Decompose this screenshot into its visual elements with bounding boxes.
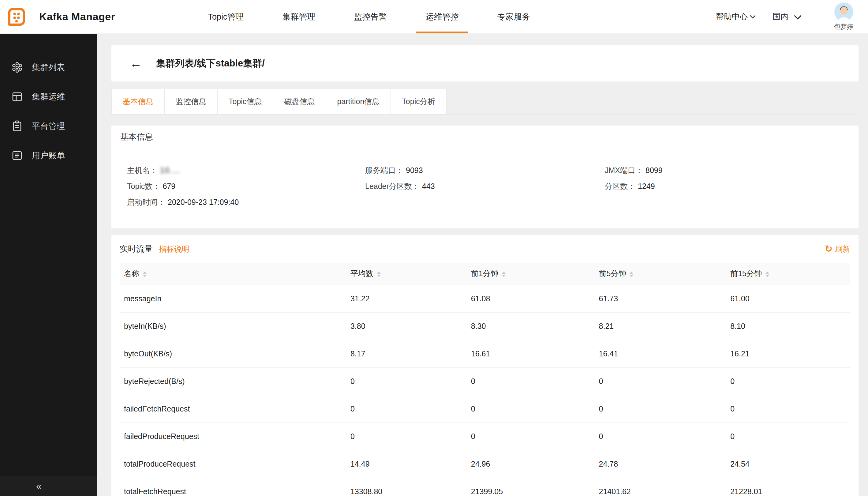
sort-control[interactable]	[766, 272, 769, 277]
hostname-value: 10.…	[160, 166, 181, 175]
platform-icon	[11, 120, 24, 133]
tab-basic-info[interactable]: 基本信息	[111, 89, 165, 114]
app-title: Kafka Manager	[39, 11, 115, 23]
field-leader-partitions: Leader分区数： 443	[365, 178, 605, 194]
sidebar-item-cluster-ops[interactable]: 集群运维	[0, 82, 97, 111]
help-center-menu[interactable]: 帮助中心	[716, 11, 755, 22]
billing-icon	[11, 149, 24, 162]
region-selector[interactable]: 国内	[773, 11, 800, 22]
top-nav: Topic管理 集群管理 监控告警 运维管控 专家服务	[189, 0, 549, 33]
topbar-right: 帮助中心 国内 包梦婷	[716, 2, 859, 31]
avatar	[834, 2, 853, 21]
sort-control[interactable]	[502, 272, 506, 277]
sort-control[interactable]	[630, 272, 633, 277]
col-header-name: 名称	[120, 263, 346, 285]
table-row: failedProduceRequest0000	[120, 422, 850, 450]
sidebar: 集群列表 集群运维 平台管理	[0, 34, 97, 496]
user-menu[interactable]: 包梦婷	[834, 2, 853, 31]
tab-bar: 基本信息 监控信息 Topic信息 磁盘信息 partition信息 Topic…	[111, 89, 858, 114]
nav-cluster-management[interactable]: 集群管理	[273, 0, 325, 33]
nav-monitor-alert[interactable]: 监控告警	[345, 0, 396, 33]
field-start-time: 启动时间： 2020-09-23 17:09:40	[127, 194, 365, 210]
table-row: totalProduceRequest14.4924.9624.7824.54	[120, 450, 850, 478]
help-center-label: 帮助中心	[716, 11, 748, 22]
table-row: failedFetchRequest0000	[120, 395, 850, 422]
field-hostname: 主机名： 10.…	[127, 162, 365, 178]
sort-control[interactable]	[377, 272, 381, 277]
sidebar-item-cluster-list[interactable]: 集群列表	[0, 53, 97, 82]
sidebar-item-platform-admin[interactable]: 平台管理	[0, 111, 97, 141]
col-header-avg: 平均数	[346, 263, 467, 285]
traffic-title: 实时流量	[120, 244, 153, 254]
sidebar-item-label: 集群列表	[32, 62, 65, 73]
nav-ops-control[interactable]: 运维管控	[416, 0, 468, 33]
table-row: totalFetchRequest13308.8021399.0521401.6…	[120, 478, 850, 496]
basic-info-title: 基本信息	[111, 125, 858, 148]
tab-disk-info[interactable]: 磁盘信息	[273, 89, 326, 114]
sidebar-item-label: 用户账单	[32, 150, 65, 161]
table-row: byteOut(KB/s)8.1716.6116.4116.21	[120, 340, 850, 368]
sidebar-item-label: 平台管理	[32, 121, 65, 131]
nav-expert-service[interactable]: 专家服务	[488, 0, 539, 33]
user-name: 包梦婷	[834, 22, 853, 31]
table-row: byteRejected(B/s)0000	[120, 368, 850, 395]
ops-icon	[11, 90, 24, 103]
brand: Kafka Manager	[5, 5, 115, 29]
refresh-label: 刷新	[835, 244, 850, 254]
nav-topic-management[interactable]: Topic管理	[199, 0, 253, 33]
field-partitions: 分区数： 1249	[605, 178, 858, 194]
page-title: 集群列表/线下stable集群/	[156, 57, 265, 70]
sidebar-collapse-button[interactable]: «	[0, 476, 97, 496]
back-button[interactable]: ←	[130, 57, 142, 69]
table-row: byteIn(KB/s)3.808.308.218.10	[120, 312, 850, 340]
chevron-down-icon	[750, 13, 755, 18]
topbar: Kafka Manager Topic管理 集群管理 监控告警 运维管控 专家服…	[0, 0, 868, 34]
field-jmx-port: JMX端口： 8099	[605, 162, 858, 178]
refresh-button[interactable]: ↻ 刷新	[825, 244, 850, 254]
table-header-row: 名称 平均数 前1分钟 前5分钟 前15分钟	[120, 263, 850, 285]
col-header-last15min: 前15分钟	[726, 263, 850, 285]
cluster-icon	[11, 61, 24, 74]
field-service-port: 服务端口： 9093	[365, 162, 605, 178]
realtime-traffic-card: 实时流量 指标说明 ↻ 刷新 名称 平均数 前1分钟 前5分钟 前15分钟	[111, 235, 858, 496]
refresh-icon: ↻	[825, 244, 833, 253]
metrics-table: 名称 平均数 前1分钟 前5分钟 前15分钟 messageIn31.2261.…	[120, 263, 850, 496]
sort-control[interactable]	[143, 272, 147, 277]
main-content: ← 集群列表/线下stable集群/ 基本信息 监控信息 Topic信息 磁盘信…	[97, 34, 868, 496]
tab-topic-info[interactable]: Topic信息	[218, 89, 273, 114]
chevron-down-icon	[794, 12, 801, 20]
app-logo-icon	[5, 5, 28, 29]
tab-partition-info[interactable]: partition信息	[326, 89, 391, 114]
tab-topic-analysis[interactable]: Topic分析	[391, 89, 446, 114]
traffic-header: 实时流量 指标说明 ↻ 刷新	[120, 235, 850, 263]
col-header-last5min: 前5分钟	[595, 263, 726, 285]
sidebar-item-label: 集群运维	[32, 91, 65, 102]
metrics-help-link[interactable]: 指标说明	[159, 244, 189, 254]
basic-info-card: 基本信息 主机名： 10.… 服务端口： 9093 JMX端口： 8099 To…	[111, 125, 858, 228]
col-header-last1min: 前1分钟	[467, 263, 595, 285]
breadcrumb-card: ← 集群列表/线下stable集群/	[111, 45, 858, 81]
table-row: messageIn31.2261.0861.7361.00	[120, 285, 850, 312]
region-label: 国内	[773, 11, 788, 22]
basic-info-fields: 主机名： 10.… 服务端口： 9093 JMX端口： 8099 Topic数：…	[111, 148, 858, 228]
sidebar-item-user-billing[interactable]: 用户账单	[0, 141, 97, 170]
field-topic-count: Topic数： 679	[127, 178, 365, 194]
tab-monitor-info[interactable]: 监控信息	[165, 89, 218, 114]
